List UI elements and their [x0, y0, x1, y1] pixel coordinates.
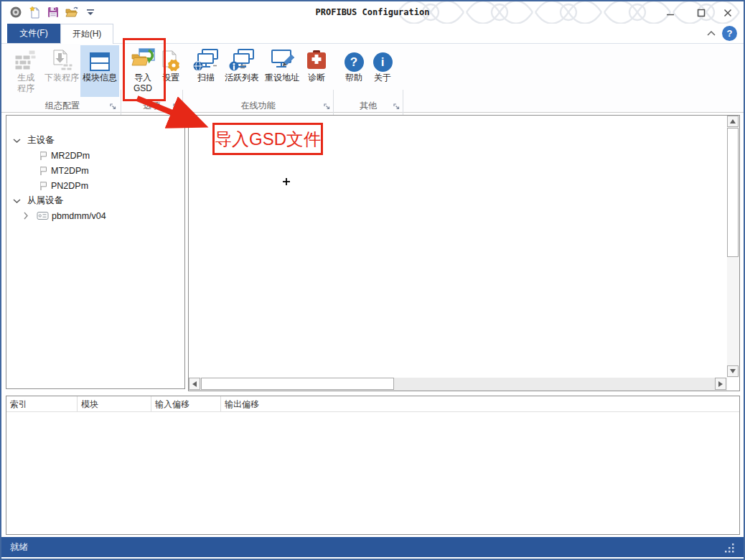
ribbon-group-options: 导入 GSD 设置 选项: [121, 45, 182, 111]
resize-grip[interactable]: [725, 543, 735, 554]
button-label: 诊断: [308, 73, 325, 83]
minimize-icon: [666, 9, 675, 17]
device-flag-icon: [38, 180, 48, 191]
scroll-right-button[interactable]: [715, 378, 726, 390]
download-program-button[interactable]: 下装程序: [44, 45, 80, 97]
maximize-button[interactable]: [694, 6, 708, 19]
about-button[interactable]: i 关于: [369, 45, 396, 97]
tree-item-label: MT2DPm: [51, 166, 89, 176]
horizontal-scrollbar[interactable]: [189, 378, 727, 391]
button-label: 活跃列表: [225, 73, 259, 83]
column-header-module[interactable]: 模块: [78, 396, 151, 411]
help-glyph: ?: [727, 28, 733, 39]
column-header-index[interactable]: 索引: [6, 396, 78, 411]
button-label: 模块信息: [83, 73, 117, 83]
tree-node-slave-devices[interactable]: 从属设备: [7, 193, 184, 208]
active-list-icon: [229, 49, 255, 72]
profibus-configuration-window: PROFIBUS Configuration 文件(F) 开始(H) ?: [0, 0, 745, 560]
download-program-icon: [50, 49, 73, 72]
triangle-down-icon: [730, 369, 736, 373]
horizontal-scroll-thumb[interactable]: [201, 378, 394, 390]
button-label: 下装程序: [44, 73, 79, 83]
column-header-output-offset[interactable]: 输出偏移: [221, 396, 739, 411]
tree-node-label: 从属设备: [27, 195, 63, 207]
tree-item-mr2dpm[interactable]: MR2DPm: [7, 148, 184, 163]
triangle-up-icon: [730, 119, 736, 123]
close-button[interactable]: [721, 6, 735, 19]
dialog-launcher-icon[interactable]: [323, 101, 331, 108]
tree-item-mt2dpm[interactable]: MT2DPm: [7, 163, 184, 178]
device-flag-icon: [38, 150, 48, 161]
tree-item-label: MR2DPm: [51, 151, 90, 161]
module-card-icon: [37, 211, 49, 220]
button-label: 设置: [162, 73, 179, 83]
ribbon-group-other: ? 帮助 i 关于 其他: [334, 45, 403, 111]
dialog-launcher-icon[interactable]: [109, 101, 117, 108]
button-label: 关于: [374, 73, 391, 83]
status-bar: 就绪: [1, 537, 744, 557]
module-table-header: 索引 模块 输入偏移 输出偏移: [6, 396, 739, 412]
diagnosis-button[interactable]: 诊断: [303, 45, 330, 97]
button-label: 扫描: [197, 73, 215, 83]
settings-gear-icon: [160, 50, 182, 72]
active-list-button[interactable]: 活跃列表: [222, 45, 261, 97]
tab-home[interactable]: 开始(H): [60, 24, 113, 44]
scroll-left-button[interactable]: [189, 378, 200, 390]
tree-item-label: pbmdmm/v04: [52, 211, 106, 221]
import-gsd-button[interactable]: 导入 GSD: [126, 45, 159, 97]
triangle-right-icon: [718, 381, 723, 387]
triangle-left-icon: [192, 381, 197, 387]
close-icon: [723, 9, 732, 17]
dialog-launcher-icon[interactable]: [172, 101, 180, 108]
dialog-launcher-icon[interactable]: [393, 101, 400, 108]
module-window-icon: [89, 52, 111, 72]
ribbon-group-online: 扫描 活跃列表 重设地址: [183, 45, 333, 111]
titlebar: PROFIBUS Configuration: [1, 1, 744, 24]
vertical-scroll-thumb[interactable]: [727, 128, 739, 257]
scan-button[interactable]: 扫描: [191, 45, 221, 97]
reset-address-button[interactable]: 重设地址: [263, 45, 301, 97]
module-table: 索引 模块 输入偏移 输出偏移: [6, 396, 740, 535]
chevron-right-icon[interactable]: [23, 212, 29, 220]
settings-button[interactable]: 设置: [161, 45, 181, 97]
module-info-button[interactable]: 模块信息: [80, 45, 119, 97]
column-header-input-offset[interactable]: 输入偏移: [151, 396, 221, 411]
tree-item-pbmdmm-v04[interactable]: pbmdmm/v04: [7, 208, 184, 223]
button-label: 生成 程序: [17, 73, 34, 94]
group-label-online: 在线功能: [183, 100, 333, 112]
ribbon: 生成 程序 下装程序 模块信息 组态配置: [1, 43, 744, 113]
bricks-icon: [14, 49, 37, 72]
diagnosis-kit-icon: [306, 50, 327, 72]
tab-file[interactable]: 文件(F): [7, 24, 60, 43]
generate-program-button[interactable]: 生成 程序: [9, 45, 43, 97]
scroll-up-button[interactable]: [727, 116, 739, 127]
group-label-config: 组态配置: [6, 100, 119, 112]
reset-address-icon: [270, 49, 294, 72]
tree-item-pn2dpm[interactable]: PN2DPm: [7, 178, 184, 193]
minimize-button[interactable]: [663, 6, 678, 19]
info-glyph: i: [381, 55, 385, 70]
ribbon-help-button[interactable]: ? 帮助: [340, 45, 367, 97]
button-label: 重设地址: [265, 73, 299, 83]
chevron-down-icon[interactable]: [13, 198, 21, 204]
vertical-scrollbar[interactable]: [727, 116, 739, 378]
window-title: PROFIBUS Configuration: [1, 7, 744, 17]
scroll-down-button[interactable]: [727, 365, 739, 377]
help-circle-icon: ?: [345, 52, 364, 72]
tree-item-label: PN2DPm: [51, 181, 88, 191]
status-text: 就绪: [10, 541, 28, 554]
network-canvas-pane[interactable]: [188, 115, 740, 391]
tree-node-label: 主设备: [27, 134, 55, 146]
tree-node-master-devices[interactable]: 主设备: [7, 133, 184, 148]
chevron-down-icon[interactable]: [13, 138, 21, 144]
about-circle-icon: i: [373, 52, 393, 72]
window-help-button[interactable]: ?: [722, 26, 737, 41]
mouse-cursor: [283, 178, 290, 185]
import-gsd-folder-icon: [131, 48, 155, 72]
device-tree-panel: 主设备 MR2DPm MT2DPm PN2DPm 从属设备: [6, 115, 185, 389]
ribbon-collapse-button[interactable]: [704, 27, 718, 40]
help-glyph: ?: [350, 55, 357, 70]
maximize-icon: [697, 9, 706, 17]
button-label: 帮助: [345, 73, 362, 83]
ribbon-group-config: 生成 程序 下装程序 模块信息 组态配置: [6, 45, 119, 111]
